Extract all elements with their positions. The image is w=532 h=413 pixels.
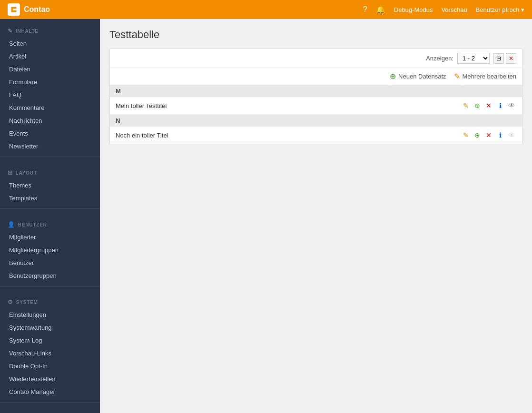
new-record-icon: ⊕ [390,72,396,81]
edit-multiple-label: Mehrere bearbeiten [463,73,516,80]
table-row: Noch ein toller Titel✎⊕✕ℹ👁 [110,127,522,144]
group-header-N: N [110,115,522,127]
row-action-view-disabled-icon: 👁 [507,130,516,140]
sidebar-section-layout: ⊞LAYOUT [0,161,100,179]
section-icon-system: ⚙ [8,299,13,305]
debug-mode-link[interactable]: Debug-Modus [394,6,433,13]
row-actions: ✎⊕✕ℹ👁 [461,101,516,110]
section-icon-inhalte: ✎ [8,28,13,34]
sidebar-item-contao-manager[interactable]: Contao Manager [0,385,100,398]
sidebar-item-faq[interactable]: FAQ [0,88,100,101]
sidebar-item-vorschau-links[interactable]: Vorschau-Links [0,347,100,360]
sidebar-item-mitgliedergruppen[interactable]: Mitgliedergruppen [0,244,100,256]
sidebar: ✎INHALTESeitenArtikelDateienFormulareFAQ… [0,19,100,413]
sidebar-section-benutzer: 👤BENUTZER [0,213,100,231]
row-action-add-icon[interactable]: ⊕ [473,130,482,140]
row-action-delete-icon[interactable]: ✕ [484,101,493,110]
filter-icon[interactable]: ⊟ [493,53,504,64]
sidebar-item-mitglieder[interactable]: Mitglieder [0,231,100,244]
sidebar-item-benutzer[interactable]: Benutzer [0,256,100,269]
divider-after-layout [0,208,100,209]
row-action-edit-icon[interactable]: ✎ [461,130,471,140]
sidebar-item-nachrichten[interactable]: Nachrichten [0,114,100,127]
sidebar-section-system: ⚙SYSTEM [0,290,100,308]
logo[interactable]: Contao [8,3,50,16]
sidebar-item-einstellungen[interactable]: Einstellungen [0,308,100,321]
section-icon-benutzer: 👤 [8,221,15,228]
group-header-M: M [110,85,522,97]
sidebar-item-artikel[interactable]: Artikel [0,50,100,63]
sidebar-item-themes[interactable]: Themes [0,179,100,192]
sidebar-item-formulare[interactable]: Formulare [0,76,100,88]
row-title: Noch ein toller Titel [116,132,168,139]
sidebar-item-seiten[interactable]: Seiten [0,37,100,50]
row-action-info-icon[interactable]: ℹ [495,101,505,110]
topbar: Contao ? 🔔 Debug-Modus Vorschau Benutzer… [0,0,532,19]
new-record-label: Neuen Datensatz [398,73,446,80]
topbar-actions: ? 🔔 Debug-Modus Vorschau Benutzer pfroch… [363,5,524,14]
preview-link[interactable]: Vorschau [441,6,467,13]
table-row: Mein toller Testtitel✎⊕✕ℹ👁 [110,97,522,115]
sidebar-item-templates[interactable]: Templates [0,192,100,205]
main-layout: ✎INHALTESeitenArtikelDateienFormulareFAQ… [0,19,532,413]
row-action-delete-icon[interactable]: ✕ [484,130,493,140]
row-actions: ✎⊕✕ℹ👁 [461,130,516,140]
sidebar-item-systemwartung[interactable]: Systemwartung [0,321,100,334]
table-toolbar: Anzeigen: 1 - 21 - 101 - 20Alle ⊟ ✕ [110,49,522,68]
sidebar-item-newsletter[interactable]: Newsletter [0,140,100,153]
sidebar-item-kommentare[interactable]: Kommentare [0,101,100,114]
user-menu[interactable]: Benutzer pfroch ▾ [476,6,524,13]
edit-multiple-icon: ✎ [454,72,460,81]
sidebar-item-dateien[interactable]: Dateien [0,63,100,76]
sidebar-section-inhalte: ✎INHALTE [0,19,100,37]
reset-filter-icon[interactable]: ✕ [506,53,516,64]
row-action-view-icon[interactable]: 👁 [507,101,516,110]
divider-after-inhalte [0,157,100,157]
anzeigen-select[interactable]: 1 - 21 - 101 - 20Alle [457,53,490,64]
sidebar-item-benutzergruppen[interactable]: Benutzergruppen [0,269,100,282]
edit-multiple-button[interactable]: ✎ Mehrere bearbeiten [454,72,516,81]
action-bar: ⊕ Neuen Datensatz ✎ Mehrere bearbeiten [110,68,522,85]
row-title: Mein toller Testtitel [116,102,167,109]
data-groups: MMein toller Testtitel✎⊕✕ℹ👁NNoch ein tol… [110,85,522,144]
sidebar-item-double-opt-in[interactable]: Double Opt-In [0,360,100,373]
section-icon-layout: ⊞ [8,169,13,176]
logo-text: Contao [24,5,50,14]
new-record-button[interactable]: ⊕ Neuen Datensatz [390,72,446,81]
table-container: Anzeigen: 1 - 21 - 101 - 20Alle ⊟ ✕ ⊕ Ne… [109,49,522,144]
sidebar-section-daten: DATEN [0,406,100,413]
page-title: Testtabelle [109,29,522,41]
sidebar-item-wiederherstellen[interactable]: Wiederherstellen [0,373,100,385]
sidebar-item-system-log[interactable]: System-Log [0,334,100,347]
content-area: Testtabelle Anzeigen: 1 - 21 - 101 - 20A… [100,19,532,413]
row-action-edit-icon[interactable]: ✎ [461,101,471,110]
anzeigen-label: Anzeigen: [426,55,453,62]
row-action-add-icon[interactable]: ⊕ [473,101,482,110]
bell-icon[interactable]: 🔔 [376,5,385,14]
row-action-info-icon[interactable]: ℹ [495,130,505,140]
filter-icons: ⊟ ✕ [493,53,516,64]
divider-after-system [0,402,100,403]
help-icon[interactable]: ? [363,5,367,14]
sidebar-item-events[interactable]: Events [0,127,100,140]
contao-logo-icon [8,3,20,16]
divider-after-benutzer [0,286,100,286]
